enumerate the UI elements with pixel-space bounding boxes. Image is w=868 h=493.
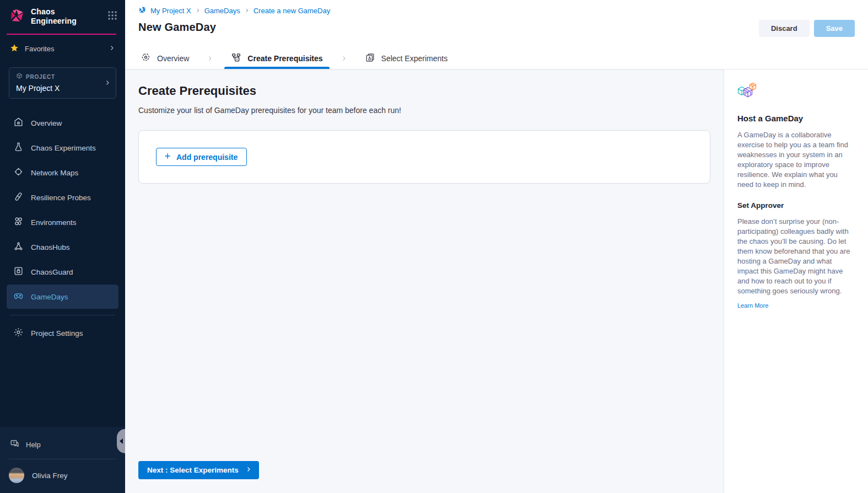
divider	[9, 459, 116, 459]
add-prerequisite-label: Add prerequisite	[176, 153, 238, 162]
tab-overview[interactable]: Overview	[133, 48, 197, 69]
help-label: Help	[26, 441, 41, 449]
sidebar-item-label: Resilience Probes	[31, 194, 91, 202]
prerequisites-tab-icon	[231, 52, 241, 65]
tab-label: Select Experiments	[381, 54, 448, 63]
main-column: My Project X GameDays Create a new GameD…	[125, 0, 868, 493]
chevron-right-icon	[197, 55, 223, 62]
star-icon	[10, 44, 19, 54]
sidebar-nav: Overview Chaos Experiments Network Maps …	[0, 102, 125, 309]
project-name: My Project X	[16, 84, 101, 93]
user-name: Olivia Frey	[32, 471, 68, 480]
breadcrumb-link-create-gameday[interactable]: Create a new GameDay	[254, 7, 330, 15]
home-icon	[13, 117, 24, 129]
section-subtitle: Customize your list of GameDay prerequis…	[138, 106, 710, 115]
help-panel-intro: A GameDay is a collaborative exercise to…	[737, 130, 855, 190]
sidebar-item-label: Chaos Experiments	[31, 144, 96, 152]
sidebar-item-environments[interactable]: Environments	[7, 210, 118, 234]
sidebar-item-chaosguard[interactable]: ChaosGuard	[7, 260, 118, 284]
next-button-label: Next : Select Experiments	[147, 466, 239, 474]
sidebar-item-label: GameDays	[31, 293, 68, 301]
gamepad-icon	[13, 291, 24, 303]
page-title: New GameDay	[138, 21, 216, 34]
tab-label: Create Prerequisites	[247, 54, 322, 63]
sidebar-bottom-section: ? Help Olivia Frey	[0, 427, 125, 493]
project-selector[interactable]: PROJECT My Project X	[9, 67, 116, 99]
sidebar-divider	[10, 315, 115, 315]
help-panel: Host a GameDay A GameDay is a collaborat…	[724, 69, 868, 493]
chevron-right-icon	[331, 55, 357, 62]
cubes-illustration-icon	[737, 82, 855, 103]
sidebar-item-overview[interactable]: Overview	[7, 111, 118, 135]
sidebar-item-gamedays[interactable]: GameDays	[7, 285, 118, 309]
discard-button[interactable]: Discard	[759, 20, 810, 37]
lock-icon	[13, 266, 24, 278]
help-button[interactable]: ? Help	[0, 431, 125, 458]
next-select-experiments-button[interactable]: Next : Select Experiments	[138, 461, 259, 479]
breadcrumb-link-project[interactable]: My Project X	[150, 7, 191, 15]
hub-icon	[13, 241, 24, 253]
content-area: Create Prerequisites Customize your list…	[125, 69, 868, 493]
module-grid-icon[interactable]	[107, 10, 117, 23]
add-prerequisite-button[interactable]: Add prerequisite	[156, 148, 247, 166]
chevron-right-icon	[104, 78, 111, 88]
user-profile[interactable]: Olivia Frey	[0, 460, 125, 493]
cube-icon	[16, 73, 23, 81]
plus-icon	[164, 152, 171, 162]
tab-create-prerequisites[interactable]: Create Prerequisites	[223, 48, 330, 69]
favorites-label: Favorites	[25, 45, 54, 53]
sidebar-item-label: Network Maps	[31, 169, 78, 177]
help-panel-title: Host a GameDay	[737, 114, 855, 123]
save-button[interactable]: Save	[814, 20, 855, 37]
sidebar-item-label: ChaosHubs	[31, 243, 70, 251]
probe-icon	[13, 191, 24, 203]
svg-text:?: ?	[13, 441, 15, 444]
project-label: PROJECT	[26, 74, 55, 80]
project-logo-icon	[138, 6, 147, 15]
network-map-icon	[13, 167, 24, 179]
help-chat-icon: ?	[10, 439, 19, 450]
sidebar-collapse-handle[interactable]	[117, 429, 125, 453]
sidebar-item-label: Overview	[31, 119, 62, 127]
avatar	[9, 468, 24, 483]
wizard-tabbar: Overview Create Prerequisites Select Exp…	[125, 48, 868, 69]
sidebar-item-network-maps[interactable]: Network Maps	[7, 160, 118, 185]
breadcrumb-link-gamedays[interactable]: GameDays	[204, 7, 240, 15]
brand-title: Chaos Engineering	[31, 7, 77, 26]
app-window: Chaos Engineering Favorites	[0, 0, 868, 493]
chevron-left-icon	[119, 438, 123, 444]
sidebar: Chaos Engineering Favorites	[0, 0, 125, 493]
sidebar-item-resilience-probes[interactable]: Resilience Probes	[7, 185, 118, 210]
header-actions: Discard Save	[759, 20, 855, 37]
sidebar-item-project-settings[interactable]: Project Settings	[7, 321, 118, 345]
favorites-row[interactable]: Favorites	[0, 35, 125, 62]
sidebar-item-label: ChaosGuard	[31, 268, 73, 276]
brand-header: Chaos Engineering	[0, 0, 125, 32]
gear-icon	[13, 327, 24, 339]
chevron-right-icon	[109, 45, 115, 53]
prerequisites-card: Add prerequisite	[138, 130, 710, 184]
chaos-engineering-logo-icon	[9, 7, 25, 26]
help-panel-section-title: Set Approver	[737, 201, 855, 210]
environments-icon	[13, 216, 24, 228]
sidebar-item-chaoshubs[interactable]: ChaosHubs	[7, 235, 118, 259]
sidebar-item-label: Environments	[31, 218, 77, 227]
tab-label: Overview	[157, 54, 189, 63]
help-panel-section-body: Please don’t surprise your (non-particip…	[737, 217, 855, 296]
experiments-tab-icon	[365, 52, 375, 65]
chevron-right-icon	[244, 8, 250, 13]
prerequisites-section: Create Prerequisites Customize your list…	[125, 69, 724, 493]
overview-tab-icon	[141, 52, 151, 65]
section-heading: Create Prerequisites	[138, 84, 710, 98]
sidebar-item-label: Project Settings	[31, 329, 83, 337]
chevron-right-icon	[245, 466, 252, 474]
chevron-right-icon	[195, 8, 201, 13]
page-header: My Project X GameDays Create a new GameD…	[125, 0, 868, 48]
learn-more-link[interactable]: Learn More	[737, 302, 768, 309]
sidebar-item-chaos-experiments[interactable]: Chaos Experiments	[7, 136, 118, 160]
flask-icon	[13, 142, 24, 154]
project-label-row: PROJECT	[16, 73, 101, 81]
tab-select-experiments[interactable]: Select Experiments	[357, 48, 456, 69]
breadcrumb: My Project X GameDays Create a new GameD…	[138, 6, 855, 15]
